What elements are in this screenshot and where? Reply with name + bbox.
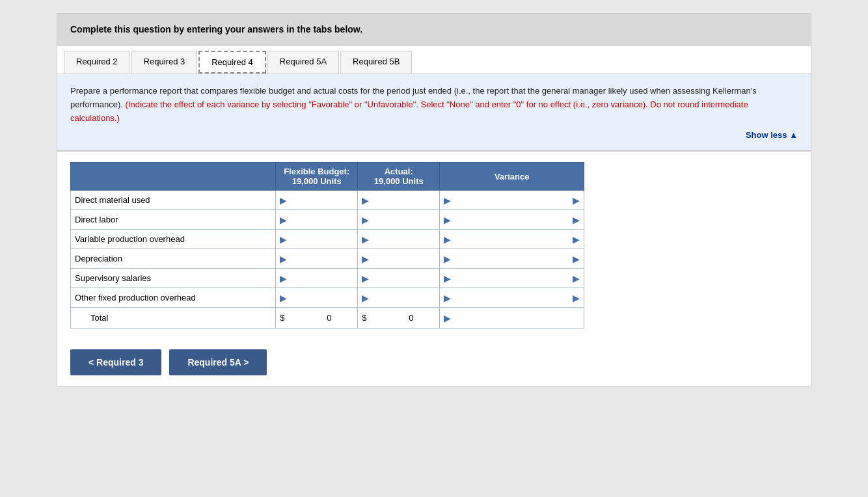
actual-header: Actual: 19,000 Units — [358, 163, 440, 191]
total-actual[interactable]: $ — [358, 308, 440, 329]
row-label-variable-overhead: Variable production overhead — [71, 230, 276, 249]
empty-header — [71, 163, 276, 191]
tab-required3[interactable]: Required 3 — [131, 51, 198, 74]
total-flexible-budget[interactable]: $ — [276, 308, 358, 329]
variance-field-other-fixed-overhead[interactable] — [454, 293, 570, 302]
header-row-top: Flexible Budget: 19,000 Units Actual: 19… — [71, 163, 584, 191]
next-button[interactable]: Required 5A > — [169, 349, 267, 375]
actual-field-direct-labor[interactable] — [372, 215, 435, 224]
description-red: (Indicate the effect of each variance by… — [70, 100, 748, 123]
tab-required5b[interactable]: Required 5B — [340, 51, 412, 74]
actual-field-variable-overhead[interactable] — [372, 234, 435, 244]
flexible-budget-field-variable-overhead[interactable] — [290, 234, 353, 244]
row-label-depreciation: Depreciation — [71, 249, 276, 269]
table-row: Direct material used ▶ ▶ — [71, 191, 584, 210]
row-label-supervisory-salaries: Supervisory salaries — [71, 269, 276, 288]
table-row: Depreciation ▶ ▶ — [71, 249, 584, 269]
actual-field-direct-material[interactable] — [372, 195, 435, 205]
variance-field-direct-material[interactable] — [454, 195, 570, 205]
table-row: Supervisory salaries ▶ ▶ — [71, 269, 584, 288]
flexible-budget-field-direct-labor[interactable] — [290, 215, 353, 224]
table-container: Flexible Budget: 19,000 Units Actual: 19… — [57, 152, 811, 339]
actual-input-depreciation[interactable]: ▶ — [358, 249, 440, 269]
actual-input-other-fixed-overhead[interactable]: ▶ — [358, 288, 440, 308]
tab-required4[interactable]: Required 4 — [198, 51, 266, 74]
variance-field-supervisory-salaries[interactable] — [454, 273, 570, 283]
total-flexible-budget-input[interactable] — [286, 313, 331, 323]
total-actual-input[interactable] — [368, 313, 413, 323]
row-label-direct-labor: Direct labor — [71, 210, 276, 230]
tab-required5a[interactable]: Required 5A — [267, 51, 339, 74]
actual-input-direct-material[interactable]: ▶ — [358, 191, 440, 210]
total-row: Total $ $ — [71, 308, 584, 329]
variance-field-variable-overhead[interactable] — [454, 234, 570, 244]
variance-field-depreciation[interactable] — [454, 254, 570, 263]
table-row: Direct labor ▶ ▶ — [71, 210, 584, 230]
header-instruction: Complete this question by entering your … — [70, 24, 798, 34]
actual-input-direct-labor[interactable]: ▶ — [358, 210, 440, 230]
instruction-text: Prepare a performance report that compar… — [70, 85, 798, 125]
variance-cell-direct-labor[interactable]: ▶ ▶ — [440, 210, 584, 230]
content-area: Prepare a performance report that compar… — [57, 74, 811, 152]
variance-cell-other-fixed-overhead[interactable]: ▶ ▶ — [440, 288, 584, 308]
variance-header: Variance — [440, 163, 584, 191]
show-less-container: Show less — [70, 130, 798, 140]
flexible-budget-input-supervisory-salaries[interactable]: ▶ — [276, 269, 358, 288]
nav-buttons: < Required 3 Required 5A > — [57, 339, 811, 386]
flexible-budget-field-other-fixed-overhead[interactable] — [290, 293, 353, 302]
tabs-row: Required 2 Required 3 Required 4 Require… — [57, 46, 811, 74]
actual-dollar-sign: $ — [362, 313, 366, 323]
table-row: Variable production overhead ▶ ▶ — [71, 230, 584, 249]
flexible-budget-field-direct-material[interactable] — [290, 195, 353, 205]
flexible-budget-input-direct-labor[interactable]: ▶ — [276, 210, 358, 230]
variance-cell-direct-material[interactable]: ▶ ▶ — [440, 191, 584, 210]
flexible-budget-input-variable-overhead[interactable]: ▶ — [276, 230, 358, 249]
flexible-budget-field-supervisory-salaries[interactable] — [290, 273, 353, 283]
total-variance-cell[interactable]: ▶ — [440, 308, 584, 329]
flexible-dollar-sign: $ — [280, 313, 284, 323]
actual-field-supervisory-salaries[interactable] — [372, 273, 435, 283]
flexible-budget-input-depreciation[interactable]: ▶ — [276, 249, 358, 269]
table-row: Other fixed production overhead ▶ ▶ — [71, 288, 584, 308]
row-label-other-fixed-overhead: Other fixed production overhead — [71, 288, 276, 308]
variance-cell-variable-overhead[interactable]: ▶ ▶ — [440, 230, 584, 249]
prev-button[interactable]: < Required 3 — [70, 349, 161, 375]
variance-cell-depreciation[interactable]: ▶ ▶ — [440, 249, 584, 269]
actual-field-other-fixed-overhead[interactable] — [372, 293, 435, 302]
variance-cell-supervisory-salaries[interactable]: ▶ ▶ — [440, 269, 584, 288]
tab-required2[interactable]: Required 2 — [64, 51, 130, 74]
flexible-budget-field-depreciation[interactable] — [290, 254, 353, 263]
actual-input-supervisory-salaries[interactable]: ▶ — [358, 269, 440, 288]
total-label: Total — [71, 308, 276, 329]
main-container: Complete this question by entering your … — [57, 13, 811, 386]
variance-field-direct-labor[interactable] — [454, 215, 570, 224]
header-bar: Complete this question by entering your … — [57, 14, 811, 46]
flexible-budget-header: Flexible Budget: 19,000 Units — [276, 163, 358, 191]
row-label-direct-material: Direct material used — [71, 191, 276, 210]
actual-input-variable-overhead[interactable]: ▶ — [358, 230, 440, 249]
show-less-link[interactable]: Show less — [746, 130, 798, 140]
flexible-budget-input-direct-material[interactable]: ▶ — [276, 191, 358, 210]
performance-table: Flexible Budget: 19,000 Units Actual: 19… — [70, 162, 584, 329]
actual-field-depreciation[interactable] — [372, 254, 435, 263]
total-variance-input[interactable] — [454, 313, 580, 323]
flexible-budget-input-other-fixed-overhead[interactable]: ▶ — [276, 288, 358, 308]
